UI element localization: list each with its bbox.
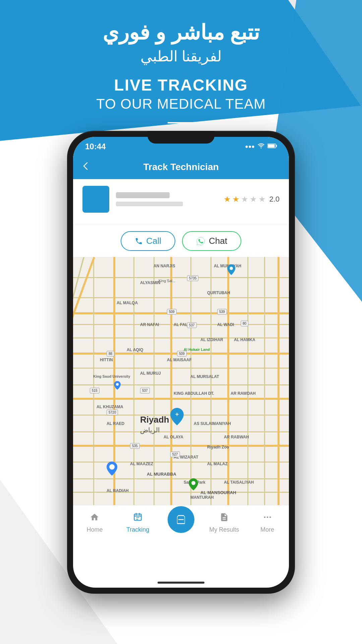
map-pin-top-right xyxy=(227,264,235,276)
svg-point-14 xyxy=(264,516,265,518)
map-label-ar-nafai: AR NAFAI xyxy=(140,322,159,327)
arabic-title: تتبع مباشر و فوري xyxy=(0,20,362,45)
road-badge-5735: 5735 xyxy=(187,275,198,281)
map-label-an-narjis: AN NARJIS xyxy=(154,264,175,268)
english-subtitle: TO OUR MEDICAL TEAM xyxy=(0,96,362,112)
road-badge-539: 539 xyxy=(217,309,227,315)
map-label-manturah: MANTURAH xyxy=(190,495,214,500)
svg-point-7 xyxy=(116,383,119,386)
svg-point-16 xyxy=(269,516,271,518)
map-pin-left xyxy=(107,462,117,477)
map-label-as-sulaimaniyah: AS SULAIMANIYAH xyxy=(194,421,231,426)
map-label-al-mursalat: AL MURSALAT xyxy=(190,374,219,379)
call-button[interactable]: Call xyxy=(121,231,175,251)
nav-results[interactable]: My Results xyxy=(202,510,246,535)
nav-more-label: More xyxy=(260,526,274,533)
phone-outer: 10:44 ●●● xyxy=(67,131,295,594)
map-label-al-khuzama: AL KHUZAMA xyxy=(97,405,123,409)
tech-card: ★ ★ ★ ★ ★ 2.0 xyxy=(73,179,289,225)
tech-name-bar xyxy=(116,192,170,198)
nav-home-label: Home xyxy=(86,526,103,533)
map-label-king-saud: King Saud University xyxy=(93,374,130,378)
rating-number: 2.0 xyxy=(269,195,280,204)
map-label-al-wadi: AL WADI xyxy=(217,322,234,327)
map-label-al-badiah: AL BADIAH xyxy=(107,488,129,493)
svg-rect-2 xyxy=(276,145,277,147)
map-bg: AN NARJIS AL MUNSIYAH ALYASMIN AL MALQA … xyxy=(73,257,289,505)
map-label-al-mansourah: AL MANSOURAH xyxy=(200,490,236,495)
status-time: 10:44 xyxy=(85,142,106,151)
map-container[interactable]: AN NARJIS AL MUNSIYAH ALYASMIN AL MALQA … xyxy=(73,257,289,505)
star-3: ★ xyxy=(241,195,248,204)
results-icon xyxy=(220,513,229,524)
map-label-ar-rawdah: AR RAWDAH xyxy=(231,391,256,396)
map-label-al-muruj: AL MURUJ xyxy=(140,371,161,376)
map-label-king-abd: KING ABDULLAH DT. xyxy=(174,391,214,396)
phone-mockup: 10:44 ●●● xyxy=(67,131,295,594)
header-section: تتبع مباشر و فوري لفريقنا الطبي LIVE TRA… xyxy=(0,20,362,123)
nav-tracking[interactable]: Tracking xyxy=(116,510,160,535)
nav-cart[interactable] xyxy=(160,510,203,535)
tech-info-row: ★ ★ ★ ★ ★ 2.0 xyxy=(82,186,280,213)
road-badge-537: 537 xyxy=(187,322,197,328)
nav-results-label: My Results xyxy=(209,526,239,533)
chat-label: Chat xyxy=(209,236,227,246)
app-header: Track Technician xyxy=(73,155,289,179)
phone-inner: 10:44 ●●● xyxy=(73,137,289,588)
map-label-riyadh: Riyadh xyxy=(140,415,169,425)
map-label-alyasmin: ALYASMIN xyxy=(140,280,160,285)
road-label-king-salman: King Sal... xyxy=(159,279,175,283)
back-button[interactable] xyxy=(81,161,90,173)
star-5: ★ xyxy=(258,195,266,204)
map-label-ar-rabwah: AR RABWAH xyxy=(224,435,249,439)
home-icon xyxy=(90,513,99,524)
map-label-al-maazez: AL MAAZEZ xyxy=(130,462,153,466)
home-indicator xyxy=(158,582,204,584)
tech-rating: ★ ★ ★ ★ ★ 2.0 xyxy=(224,195,280,204)
map-label-al-aqiq: AL AQIQ xyxy=(127,347,143,352)
road-badge-5720: 5720 xyxy=(107,410,118,415)
map-label-qurtubah: QURTUBAH xyxy=(207,290,230,295)
english-title: LIVE TRACKING xyxy=(0,75,362,96)
map-pin-ksu xyxy=(114,381,121,391)
svg-point-5 xyxy=(191,481,195,485)
star-1: ★ xyxy=(224,195,231,204)
road-badge-509: 509 xyxy=(167,309,177,315)
svg-text:+: + xyxy=(175,411,179,418)
road-badge-80: 80 xyxy=(241,321,248,326)
road-badge-535: 535 xyxy=(130,443,140,449)
divider-line xyxy=(168,122,194,123)
road-badge-509-2: 509 xyxy=(177,351,187,357)
arabic-subtitle: لفريقنا الطبي xyxy=(0,48,362,65)
chat-button[interactable]: Chat xyxy=(182,231,241,251)
nav-tracking-label: Tracking xyxy=(126,526,149,533)
map-label-hittin: HITTIN xyxy=(100,358,113,362)
action-buttons: Call Chat xyxy=(73,225,289,257)
nav-home[interactable]: Home xyxy=(73,510,116,535)
battery-icon xyxy=(267,144,277,150)
map-label-riyadh-arabic: الرياض xyxy=(140,426,160,434)
nav-more[interactable]: More xyxy=(246,510,289,535)
cart-button[interactable] xyxy=(168,506,194,533)
map-label-al-malqa: AL MALQA xyxy=(117,301,138,305)
road-badge-537-2: 537 xyxy=(140,388,150,393)
svg-point-6 xyxy=(230,267,233,270)
map-label-al-izdihar: AL IZDIHAR xyxy=(200,337,223,342)
map-label-al-hokair: Al Hokair Land xyxy=(184,347,210,352)
svg-point-3 xyxy=(109,464,115,470)
map-label-al-murabba: AL MURABBA xyxy=(147,472,176,477)
map-label-al-hamka: AL HAMKA xyxy=(234,337,255,342)
road-badge-527: 527 xyxy=(170,451,180,457)
tech-sub-bar xyxy=(116,202,183,206)
map-label-al-raed: AL RAED xyxy=(107,421,124,426)
svg-rect-1 xyxy=(268,145,275,148)
star-4: ★ xyxy=(250,195,257,204)
signal-icon: ●●● xyxy=(245,144,255,150)
map-label-al-malaz: AL MALAZ xyxy=(207,462,228,466)
more-icon xyxy=(263,513,272,524)
map-label-al-maisaf: AL MAISAAF xyxy=(167,358,192,362)
map-label-riyadh-zoo: Riyadh Zoo xyxy=(207,445,229,449)
bottom-nav: Home Tracking xyxy=(73,505,289,542)
tracking-icon xyxy=(133,513,142,524)
map-pin-green xyxy=(189,478,198,492)
